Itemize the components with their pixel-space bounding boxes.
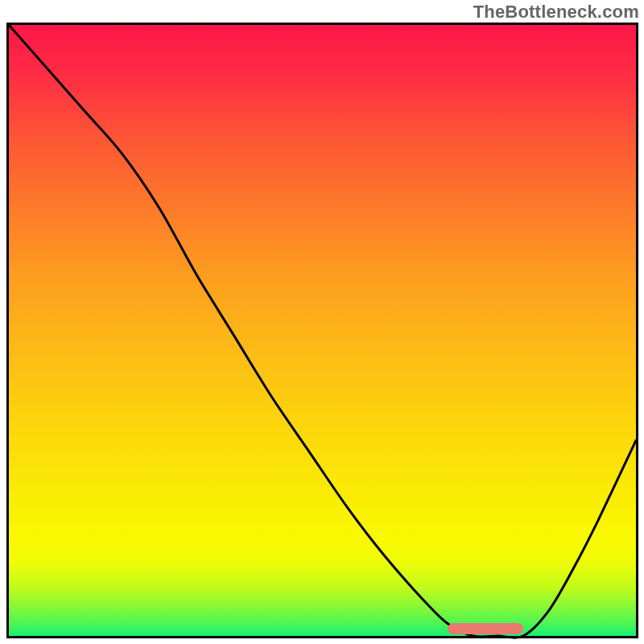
- curve-svg: [9, 25, 636, 636]
- plot-frame: [6, 23, 638, 638]
- bottleneck-curve-path: [9, 25, 636, 638]
- chart-stage: TheBottleneck.com: [0, 0, 644, 644]
- optimal-range-marker: [448, 623, 522, 634]
- watermark-text: TheBottleneck.com: [473, 2, 639, 23]
